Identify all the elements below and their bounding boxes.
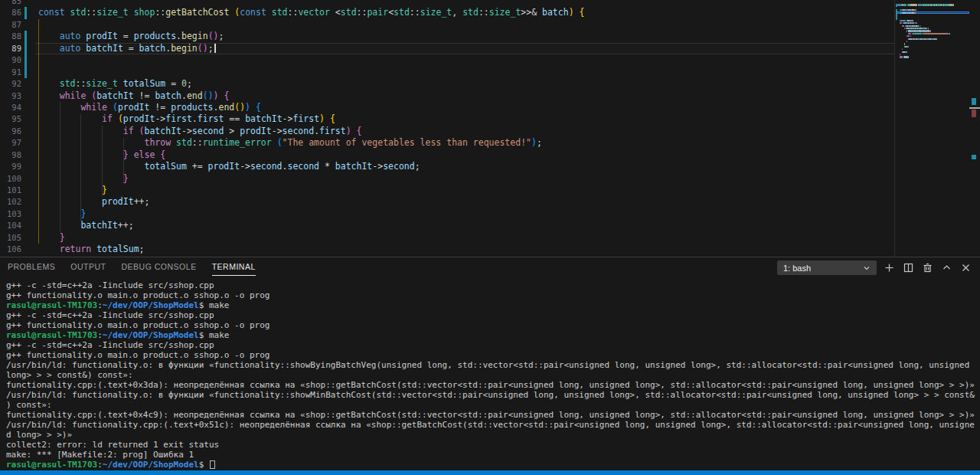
- minimap-line: [911, 25, 916, 27]
- code-text: batchIt++;: [38, 220, 134, 231]
- close-panel-icon[interactable]: [959, 261, 972, 274]
- code-text: if (batchIt->second > prodIt->second.fir…: [38, 126, 362, 137]
- line-number[interactable]: 92: [0, 78, 21, 90]
- ruler-marker: [972, 98, 976, 105]
- line-number[interactable]: 93: [0, 90, 21, 102]
- prompt-separator: :: [97, 330, 103, 340]
- code-line[interactable]: 103 }: [0, 208, 894, 220]
- line-number[interactable]: 106: [0, 244, 21, 255]
- code-line[interactable]: 92 std::size_t totalSum = 0;: [0, 78, 894, 90]
- line-number[interactable]: 91: [0, 67, 21, 78]
- prompt-path: ~/dev/OOP/ShopModel: [103, 330, 199, 340]
- terminal-row: make: *** [Makefile:2: prog] Ошибка 1: [6, 450, 980, 460]
- code-line[interactable]: 93 while (batchIt != batch.end()) {: [0, 90, 894, 102]
- minimap-line: [913, 20, 913, 21]
- code-line[interactable]: 86const std::size_t shop::getBatchCost (…: [0, 7, 894, 18]
- minimap-line: [902, 12, 906, 14]
- code-line[interactable]: 87: [0, 19, 894, 31]
- prompt-separator: :: [97, 460, 103, 470]
- code-line[interactable]: 100 }: [0, 173, 894, 185]
- minimap[interactable]: [897, 0, 969, 257]
- code-line[interactable]: 97 throw std::runtime_error ("The amount…: [0, 137, 894, 149]
- indent-guide: [123, 138, 124, 185]
- kill-terminal-icon[interactable]: [921, 261, 934, 274]
- terminal-row: g++ functionality.o main.o product.o ssh…: [6, 320, 980, 330]
- panel-controls: 1: bash: [777, 260, 972, 275]
- line-number[interactable]: 88: [0, 31, 21, 42]
- line-number[interactable]: 96: [0, 126, 21, 137]
- code-line[interactable]: 99 totalSum += prodIt->second.second * b…: [0, 161, 894, 172]
- terminal-selector-dropdown[interactable]: 1: bash: [777, 260, 877, 275]
- code-line[interactable]: 88 auto prodIt = products.begin();: [0, 31, 894, 42]
- terminal-row: functionality.cpp:(.text+0x3da): неопред…: [6, 380, 980, 390]
- line-number[interactable]: 85: [0, 0, 21, 7]
- line-number[interactable]: 90: [0, 54, 21, 66]
- line-number[interactable]: 99: [0, 161, 21, 172]
- line-number[interactable]: 97: [0, 137, 21, 149]
- indent-guide: [80, 114, 81, 221]
- code-lines: 8586const std::size_t shop::getBatchCost…: [0, 0, 894, 256]
- code-line[interactable]: 104 batchIt++;: [0, 220, 894, 231]
- minimap-line: [900, 22, 903, 24]
- minimap-line: [949, 33, 950, 34]
- line-number[interactable]: 102: [0, 196, 21, 208]
- minimap-line: [910, 35, 911, 37]
- line-number[interactable]: 105: [0, 232, 21, 244]
- modified-line-indicator: [24, 31, 27, 42]
- status-bar: [0, 470, 980, 475]
- line-number[interactable]: 103: [0, 208, 21, 220]
- minimap-modified-mark: [896, 17, 897, 19]
- code-text: while (batchIt != batch.end()) {: [38, 90, 229, 102]
- code-line[interactable]: 102 prodIt++;: [0, 196, 894, 208]
- overview-ruler[interactable]: [969, 0, 980, 257]
- new-terminal-icon[interactable]: [883, 261, 896, 274]
- line-number[interactable]: 104: [0, 220, 21, 231]
- code-line[interactable]: 85: [0, 0, 894, 7]
- code-line[interactable]: 89 auto batchIt = batch.begin();: [0, 43, 894, 54]
- minimap-line: [908, 56, 909, 57]
- editor-minimap-divider: [894, 0, 895, 257]
- maximize-panel-icon[interactable]: [940, 261, 953, 274]
- terminal-row: g++ -c -std=c++2a -Iinclude src/sshop.cp…: [6, 340, 980, 350]
- line-number[interactable]: 87: [0, 19, 21, 31]
- line-number[interactable]: 89: [0, 43, 21, 54]
- code-line[interactable]: 98 } else {: [0, 149, 894, 161]
- line-number[interactable]: 100: [0, 173, 21, 185]
- minimap-line: [900, 12, 902, 14]
- terminal-row: g++ -c -std=c++2a -Iinclude src/sshop.cp…: [6, 280, 980, 290]
- line-number[interactable]: 98: [0, 149, 21, 161]
- line-number[interactable]: 86: [0, 7, 21, 18]
- line-number[interactable]: 94: [0, 102, 21, 113]
- code-line[interactable]: 105 }: [0, 232, 894, 244]
- minimap-line: [903, 56, 908, 57]
- terminal-row: rasul@rasul-TM1703:~/dev/OOP/ShopModel$ …: [6, 330, 980, 340]
- terminal-row: d long> > >)»: [6, 430, 980, 440]
- line-number[interactable]: 101: [0, 185, 21, 196]
- minimap-line: [926, 28, 927, 29]
- panel-tab-debug-console[interactable]: DEBUG CONSOLE: [122, 262, 197, 276]
- line-number[interactable]: 95: [0, 113, 21, 125]
- code-text: return totalSum;: [38, 244, 145, 255]
- ruler-marker: [972, 110, 976, 117]
- terminal-row: ) const»:: [6, 400, 980, 410]
- terminal-selector-label: 1: bash: [783, 264, 811, 273]
- code-line[interactable]: 91: [0, 67, 894, 78]
- code-line[interactable]: 94 while (prodIt != products.end()) {: [0, 102, 894, 113]
- code-line[interactable]: 96 if (batchIt->second > prodIt->second.…: [0, 126, 894, 137]
- minimap-line: [908, 33, 911, 34]
- terminal-row: /usr/bin/ld: functionality.o: в функции …: [6, 390, 980, 400]
- panel-tab-output[interactable]: OUTPUT: [70, 262, 106, 276]
- code-text: }: [38, 173, 129, 185]
- code-line[interactable]: 90: [0, 54, 894, 66]
- code-line[interactable]: 106 return totalSum;: [0, 244, 894, 255]
- panel-tab-problems[interactable]: PROBLEMS: [8, 262, 55, 276]
- code-line[interactable]: 95 if (prodIt->first.first == batchIt->f…: [0, 113, 894, 125]
- terminal-output[interactable]: g++ -c -std=c++2a -Iinclude src/sshop.cp…: [0, 280, 980, 470]
- code-editor[interactable]: 8586const std::size_t shop::getBatchCost…: [0, 0, 980, 257]
- prompt-path: ~/dev/OOP/ShopModel: [103, 460, 199, 470]
- panel-tab-terminal[interactable]: TERMINAL: [212, 262, 256, 276]
- code-line[interactable]: 101 }: [0, 185, 894, 196]
- split-terminal-icon[interactable]: [902, 261, 915, 274]
- terminal-row: long> > > const&) const»:: [6, 370, 980, 380]
- terminal-command: make: [204, 330, 229, 340]
